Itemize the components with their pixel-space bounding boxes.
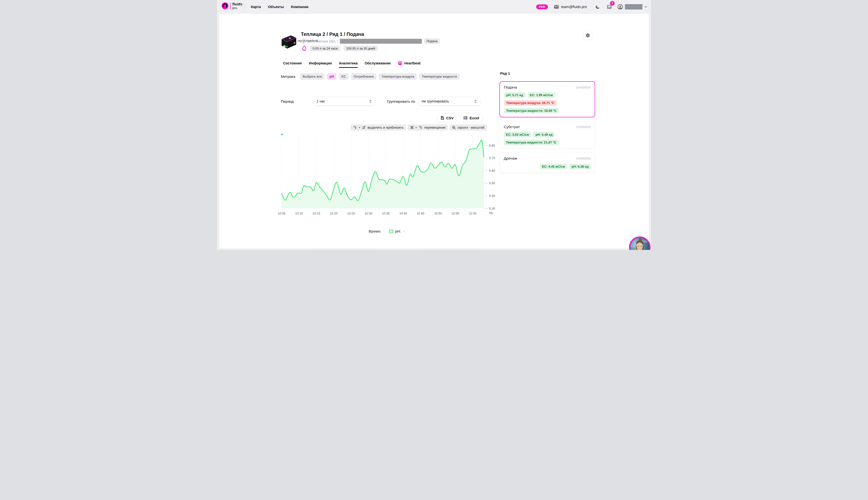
tab-state[interactable]: Состояние [283,61,302,65]
tab-label: Обслуживание [365,61,391,65]
account-menu[interactable] [617,4,648,10]
tab-analytics[interactable]: Аналитика [339,61,358,65]
device-card-drainage[interactable]: ДренажGH00006EC: 4.45 мС/смpH: 6.38 ед [499,152,595,173]
device-serial-code: GH00004 [576,86,590,89]
sensor-value-badge-ok: EC: 1.99 мС/см [528,92,555,98]
svg-text:10:55: 10:55 [451,212,459,215]
sensor-value-badge-alert: Температура воздуха: 26.71 °C [504,100,556,106]
tab-maintenance[interactable]: Обслуживание [365,61,391,65]
device-type-badge: Подача [424,38,440,44]
export-buttons: CSV Excel [437,113,482,122]
device-settings-button[interactable] [583,31,593,40]
svg-text:5.70: 5.70 [489,156,495,160]
ph-line-chart[interactable]: 5.805.705.605.505.405.30ед10:0510:1010:1… [276,133,500,217]
metric-filter-row: Метрика Выбрать всеpHECПотреблениеТемпер… [281,73,460,80]
sensor-value-badge-ok: pH: 5.71 ед [504,92,526,98]
svg-text:10:15: 10:15 [313,212,320,215]
sensor-value-badge-ok: EC: 3.02 мС/см [504,132,531,137]
nav-link-companies[interactable]: Компании [291,5,308,9]
svg-text:10:10: 10:10 [295,212,303,215]
period-filter-row: Период 1 час Группировать по Не группиро… [281,97,480,106]
svg-text:10:40: 10:40 [399,212,407,215]
sensor-value-badge-ok: Температура жидкости: 21.87 °C [504,139,559,145]
legend-series-label: pH: [395,229,401,233]
user-icon [617,4,623,10]
row-group-title: Ряд 1 [500,71,510,76]
logo-divider [230,2,231,9]
legend-series-value: - [403,229,404,233]
location-redacted [340,39,422,44]
device-photo [279,34,297,50]
usage-24h-badge: 0.00 л за 24 часа [310,46,340,51]
notifications-button[interactable]: 2 [606,3,613,11]
location-pin-icon [301,38,306,44]
brand-logo[interactable]: fluids pro. [221,2,242,10]
command-icon [410,126,414,129]
svg-text:10:05: 10:05 [278,212,285,215]
hint-scroll-zoom: скролл - масштаб [449,124,487,130]
export-csv-button[interactable]: CSV [437,113,457,122]
group-by-label: Группировать по [387,99,419,103]
pointer-click-icon [353,125,357,129]
top-navbar: fluids pro. КартаОбъектыКомпании PRO tea… [217,0,651,13]
card-badges: EC: 3.02 мС/смpH: 5.48 едТемпература жид… [504,132,591,145]
card-header: ПодачаGH00004 [504,85,590,90]
device-location-row: Московская обл, г Подача [301,38,440,44]
dark-mode-toggle[interactable] [594,3,601,11]
nav-link-objects[interactable]: Объекты [268,5,284,9]
metric-chip-ec[interactable]: EC [339,73,349,80]
sensor-value-badge-ok: EC: 4.45 мС/см [540,164,567,169]
account-email: team@fluids.pro [561,5,587,9]
device-card-title: Подача [504,85,517,90]
export-excel-button[interactable]: Excel [460,113,482,122]
svg-text:10:30: 10:30 [365,212,372,215]
tab-heartbeat[interactable]: Heartbeat [398,61,421,65]
hint-zoom-select: + выделить и приблизить [351,124,406,130]
svg-text:10:35: 10:35 [382,212,390,215]
device-serial-code: GH00005 [576,125,591,129]
group-by-select[interactable]: Не группировать [419,97,480,106]
water-usage-row: 0.00 л за 24 часа 100.00 л за 30 дней [302,45,378,52]
card-header: ДренажGH00006 [504,156,591,161]
svg-text:5.50: 5.50 [489,182,495,185]
pro-plan-badge: PRO [536,4,548,9]
device-card-title: Дренаж [504,156,517,161]
select-chevrons-icon [474,99,477,103]
navbar-separator [244,3,245,10]
zoom-in-icon [452,126,456,129]
svg-text:ед: ед [489,211,493,215]
card-badges: EC: 4.45 мС/смpH: 6.38 ед [504,164,591,169]
metric-chip-consumption[interactable]: Потребление [351,73,376,80]
main-navigation: КартаОбъектыКомпании [251,0,308,13]
svg-text:10:20: 10:20 [330,212,338,215]
avatar-portrait [630,238,649,250]
bottom-period-select[interactable]: 7 дней [313,250,375,250]
assistant-avatar[interactable] [629,237,650,250]
bottom-group-by-select[interactable]: По дням [419,250,480,250]
device-card-substrate[interactable]: СубстратGH00005EC: 3.02 мС/смpH: 5.48 ед… [499,121,595,149]
chart-legend: Время: pH: - [281,229,492,233]
account-name-redacted [625,4,643,10]
metric-chip-select-all[interactable]: Выбрать все [300,73,325,80]
svg-text:10:50: 10:50 [434,212,442,215]
metric-chip-air-temp[interactable]: Температура воздуха [379,73,417,80]
spreadsheet-icon [463,116,468,120]
detail-tabs: СостояниеИнформацияАналитикаОбслуживание… [283,59,421,67]
period-select[interactable]: 1 час [313,97,375,106]
tab-info[interactable]: Информация [309,61,332,65]
notification-count-badge: 2 [610,1,615,5]
tab-label: Аналитика [339,61,358,65]
legend-series-swatch [389,230,393,233]
nav-link-map[interactable]: Карта [251,5,261,9]
chevron-down-icon [644,5,648,9]
metric-chip-liquid-temp[interactable]: Температура жидкости [419,73,460,80]
sensor-value-badge-ok: pH: 5.48 ед [533,132,555,137]
water-drop-icon [302,45,307,52]
swap-arrows-icon [362,125,366,129]
sensor-value-badge-ok: Температура жидкости: 18.89 °C [504,108,559,113]
device-card-supply[interactable]: ПодачаGH00004pH: 5.71 едEC: 1.99 мС/смТе… [499,81,595,117]
location-text: Московская обл, г [308,39,338,43]
bottom-period-filter-row: Период 7 дней Группировать по По дням [281,250,480,250]
metric-chip-ph[interactable]: pH [327,73,337,80]
legend-time-label: Время: [369,229,381,233]
